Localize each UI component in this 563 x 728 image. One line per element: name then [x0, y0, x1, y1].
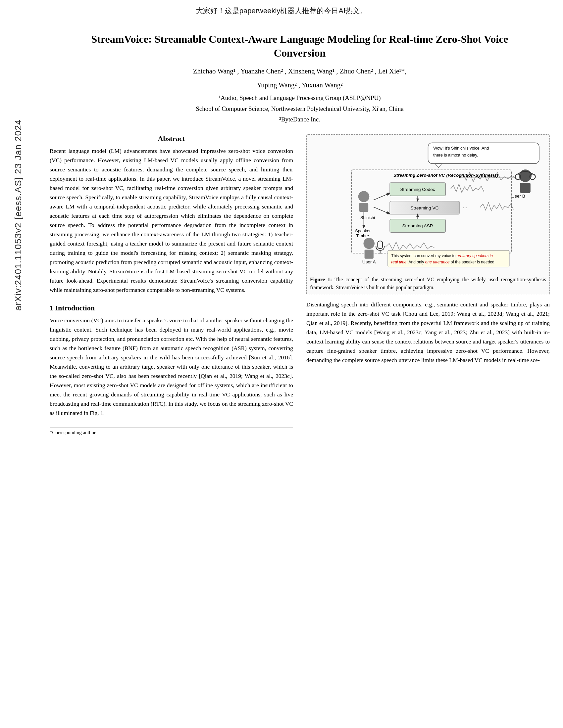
authors-line2: Yuping Wang² , Yuxuan Wang² [50, 80, 550, 91]
main-columns: Abstract Recent language model (LM) adva… [50, 134, 550, 435]
right-body-text: Disentangling speech into different comp… [306, 300, 550, 365]
svg-text:Wow! It's Shinichi's voice. An: Wow! It's Shinichi's voice. And [433, 146, 489, 151]
svg-rect-5 [520, 183, 530, 193]
svg-text:This system can convert my voi: This system can convert my voice to arbi… [391, 253, 493, 258]
figure-svg: Wow! It's Shinichi's voice. And there is… [310, 139, 546, 271]
arxiv-sidebar: arXiv:2401.11053v2 [eess.AS] 23 Jan 2024 [0, 66, 36, 364]
figure-caption: Figure 1: The concept of the streaming z… [310, 276, 546, 292]
svg-point-28 [363, 238, 375, 249]
right-column: Wow! It's Shinichi's voice. And there is… [306, 134, 550, 435]
svg-line-18 [374, 207, 390, 214]
svg-text:Timbre: Timbre [356, 234, 369, 238]
figure-caption-text: The concept of the streaming zero-shot V… [310, 277, 546, 290]
svg-rect-13 [359, 203, 368, 212]
svg-text:Streaming Zero-shot VC (Recogn: Streaming Zero-shot VC (Recognition-Synt… [394, 173, 498, 178]
svg-text:User A: User A [362, 259, 376, 264]
figure-box: Wow! It's Shinichi's voice. And there is… [306, 134, 550, 295]
svg-text:Streaming VC: Streaming VC [411, 205, 439, 210]
banner-text: 大家好！这是paperweekly机器人推荐的今日AI热文。 [196, 7, 367, 15]
affiliation-1: ¹Audio, Speech and Language Processing G… [50, 93, 550, 103]
intro-title: 1 Introduction [50, 304, 293, 312]
footnote-text: *Corresponding author [50, 430, 96, 435]
svg-rect-30 [378, 241, 383, 249]
affiliation-2: School of Computer Science, Northwestern… [50, 104, 550, 114]
intro-text-2: Disentangling speech into different comp… [306, 301, 550, 363]
abstract-text: Recent language model (LM) advancements … [50, 146, 293, 295]
arxiv-label: arXiv:2401.11053v2 [eess.AS] 23 Jan 2024 [13, 119, 23, 311]
svg-text:there is almost no delay.: there is almost no delay. [433, 153, 478, 158]
page-content: StreamVoice: Streamable Context-Aware La… [36, 32, 563, 435]
svg-text:Speaker: Speaker [355, 229, 371, 233]
svg-text:real time! And only one uttera: real time! And only one utterance of the… [391, 260, 495, 264]
svg-text:Streaming Codec: Streaming Codec [400, 187, 435, 192]
svg-text:Streaming ASR: Streaming ASR [402, 223, 433, 228]
authors-line1: Zhichao Wang¹ , Yuanzhe Chen² , Xinsheng… [50, 66, 550, 77]
top-banner: 大家好！这是paperweekly机器人推荐的今日AI热文。 [0, 0, 563, 19]
footnote: *Corresponding author [50, 428, 293, 435]
abstract-title: Abstract [50, 134, 293, 143]
paper-title: StreamVoice: Streamable Context-Aware La… [68, 32, 532, 60]
left-column: Abstract Recent language model (LM) adva… [50, 134, 293, 435]
svg-text:···: ··· [463, 205, 467, 211]
svg-line-17 [374, 193, 390, 200]
intro-text-1: Voice conversion (VC) aims to transfer a… [50, 316, 293, 418]
svg-point-12 [358, 191, 370, 202]
svg-text:Shinichi: Shinichi [360, 215, 375, 220]
affiliation-3: ²ByteDance Inc. [50, 115, 550, 124]
svg-marker-1 [435, 163, 442, 168]
svg-rect-29 [365, 250, 374, 258]
abstract-content: Recent language model (LM) advancements … [50, 148, 293, 293]
figure-caption-bold: Figure 1: [310, 277, 332, 282]
authors-text-1: Zhichao Wang¹ , Yuanzhe Chen² , Xinsheng… [193, 67, 407, 75]
svg-text:User B: User B [511, 194, 525, 199]
authors-text-2: Yuping Wang² , Yuxuan Wang² [257, 81, 343, 89]
